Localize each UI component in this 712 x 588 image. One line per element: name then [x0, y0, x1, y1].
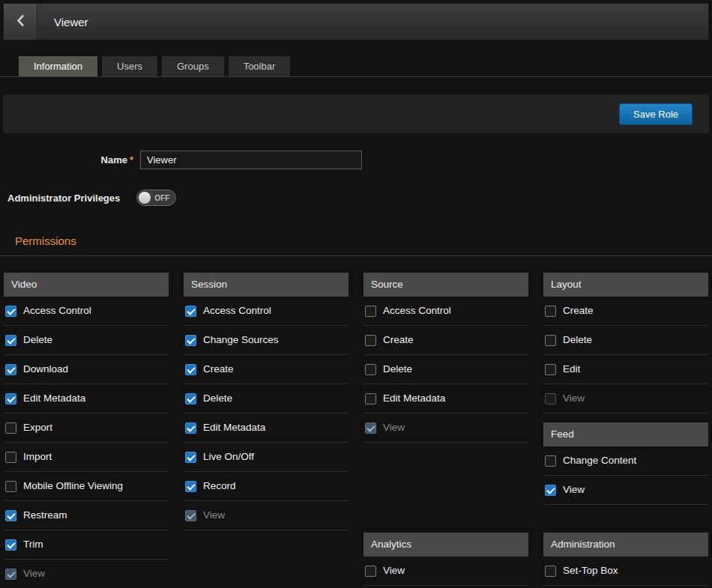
permissions-column: SourceAccess ControlCreateDeleteEdit Met…: [363, 273, 528, 588]
permission-label: Change Content: [563, 455, 636, 467]
permission-row-video-download: Download: [4, 355, 169, 384]
source-edit-metadata-checkbox[interactable]: [365, 393, 376, 404]
permission-row-video-trim: Trim: [4, 530, 169, 560]
session-edit-metadata-checkbox[interactable]: [185, 422, 196, 434]
session-create-checkbox[interactable]: [185, 364, 196, 375]
permission-row-source-edit-metadata: Edit Metadata: [363, 384, 528, 413]
permission-label: Access Control: [203, 305, 271, 317]
session-view-checkbox: [185, 510, 196, 521]
feed-view-checkbox[interactable]: [545, 485, 556, 496]
permission-label: Access Control: [23, 305, 91, 317]
session-access-control-checkbox[interactable]: [185, 306, 196, 317]
permission-label: View: [563, 392, 585, 404]
permission-label: Restream: [23, 509, 67, 521]
layout-view-checkbox: [545, 393, 556, 404]
permission-row-video-restream: Restream: [4, 501, 169, 530]
permissions-column: SessionAccess ControlChange SourcesCreat…: [184, 273, 349, 588]
layout-edit-checkbox[interactable]: [545, 364, 556, 375]
permission-group-header-administration: Administration: [543, 533, 708, 557]
permission-row-session-edit-metadata: Edit Metadata: [184, 413, 349, 443]
permission-row-layout-view: View: [543, 384, 708, 413]
permission-label: Delete: [563, 334, 592, 346]
tab-bar: Information Users Groups Toolbar: [0, 56, 712, 77]
permission-label: Access Control: [383, 305, 451, 317]
permission-label: Change Sources: [203, 334, 279, 346]
permission-row-video-mobile-offline-viewing: Mobile Offline Viewing: [4, 472, 169, 501]
permission-row-session-view: View: [184, 501, 349, 530]
permission-row-source-delete: Delete: [363, 355, 528, 384]
permissions-heading: Permissions: [15, 234, 712, 247]
session-delete-checkbox[interactable]: [185, 393, 196, 404]
name-field-row: Name*: [0, 151, 712, 169]
permission-label: Create: [203, 363, 234, 375]
session-live-on-off-checkbox[interactable]: [185, 452, 196, 463]
top-header-bar: Viewer: [3, 3, 709, 40]
source-access-control-checkbox[interactable]: [365, 306, 376, 317]
permission-label: Delete: [23, 334, 52, 346]
layout-delete-checkbox[interactable]: [545, 335, 556, 346]
permission-label: Edit: [563, 363, 580, 375]
video-delete-checkbox[interactable]: [5, 335, 16, 346]
permission-group-header-video: Video: [4, 273, 169, 297]
name-label: Name*: [0, 154, 133, 166]
administration-set-top-box-checkbox[interactable]: [545, 566, 556, 577]
source-view-checkbox: [365, 422, 376, 434]
tab-toolbar[interactable]: Toolbar: [229, 56, 291, 76]
permission-label: Import: [23, 451, 52, 463]
session-record-checkbox[interactable]: [185, 481, 196, 492]
permission-row-video-delete: Delete: [4, 326, 169, 355]
toggle-knob: [139, 192, 151, 204]
video-access-control-checkbox[interactable]: [5, 306, 16, 317]
permission-label: Delete: [203, 392, 232, 404]
permission-row-session-access-control: Access Control: [184, 297, 349, 326]
video-download-checkbox[interactable]: [5, 364, 16, 375]
feed-change-content-checkbox[interactable]: [545, 455, 556, 467]
permission-group-header-layout: Layout: [543, 273, 708, 297]
permission-row-feed-change-content: Change Content: [543, 446, 708, 476]
video-import-checkbox[interactable]: [5, 452, 16, 463]
permission-group-layout: LayoutCreateDeleteEditView: [543, 273, 708, 413]
permission-row-session-create: Create: [184, 355, 349, 384]
tab-users[interactable]: Users: [102, 56, 157, 76]
video-trim-checkbox[interactable]: [5, 539, 16, 551]
analytics-view-checkbox[interactable]: [365, 566, 376, 577]
page-title: Viewer: [54, 16, 88, 28]
source-delete-checkbox[interactable]: [365, 364, 376, 375]
admin-privileges-toggle[interactable]: OFF: [136, 190, 176, 206]
permission-row-video-edit-metadata: Edit Metadata: [4, 384, 169, 413]
permission-label: View: [383, 565, 405, 577]
permission-label: Record: [203, 480, 236, 492]
permission-row-source-access-control: Access Control: [363, 297, 528, 326]
permission-label: Set-Top Box: [563, 565, 618, 577]
permission-row-session-live-on-off: Live On/Off: [184, 443, 349, 472]
permission-label: Edit Metadata: [383, 392, 445, 404]
permissions-columns: VideoAccess ControlDeleteDownloadEdit Me…: [0, 256, 712, 588]
permission-group-header-analytics: Analytics: [363, 533, 528, 557]
permission-row-session-change-sources: Change Sources: [184, 326, 349, 355]
permission-label: View: [383, 422, 405, 434]
permission-label: Edit Metadata: [203, 422, 265, 434]
video-mobile-offline-viewing-checkbox[interactable]: [5, 481, 16, 492]
source-create-checkbox[interactable]: [365, 335, 376, 346]
back-button[interactable]: [4, 4, 37, 40]
permission-group-session: SessionAccess ControlChange SourcesCreat…: [184, 273, 349, 530]
permission-row-layout-create: Create: [543, 297, 708, 326]
tab-groups[interactable]: Groups: [162, 56, 224, 76]
permission-group-analytics: AnalyticsView: [363, 533, 528, 586]
name-input[interactable]: [140, 151, 362, 169]
admin-privileges-label: Administrator Privileges: [7, 193, 120, 204]
permission-group-header-session: Session: [184, 273, 349, 297]
video-edit-metadata-checkbox[interactable]: [5, 393, 16, 404]
video-restream-checkbox[interactable]: [5, 510, 16, 521]
session-change-sources-checkbox[interactable]: [185, 335, 196, 346]
permission-label: View: [23, 568, 45, 580]
permission-label: Mobile Offline Viewing: [23, 480, 123, 492]
save-role-button[interactable]: Save Role: [619, 103, 693, 125]
video-export-checkbox[interactable]: [5, 422, 16, 434]
layout-create-checkbox[interactable]: [545, 306, 556, 317]
permission-row-administration-set-top-box: Set-Top Box: [543, 557, 708, 586]
tab-information[interactable]: Information: [19, 56, 97, 76]
permission-group-header-feed: Feed: [543, 422, 708, 446]
permissions-column: LayoutCreateDeleteEditViewFeedChange Con…: [543, 273, 708, 588]
action-toolbar: Save Role: [3, 94, 709, 133]
